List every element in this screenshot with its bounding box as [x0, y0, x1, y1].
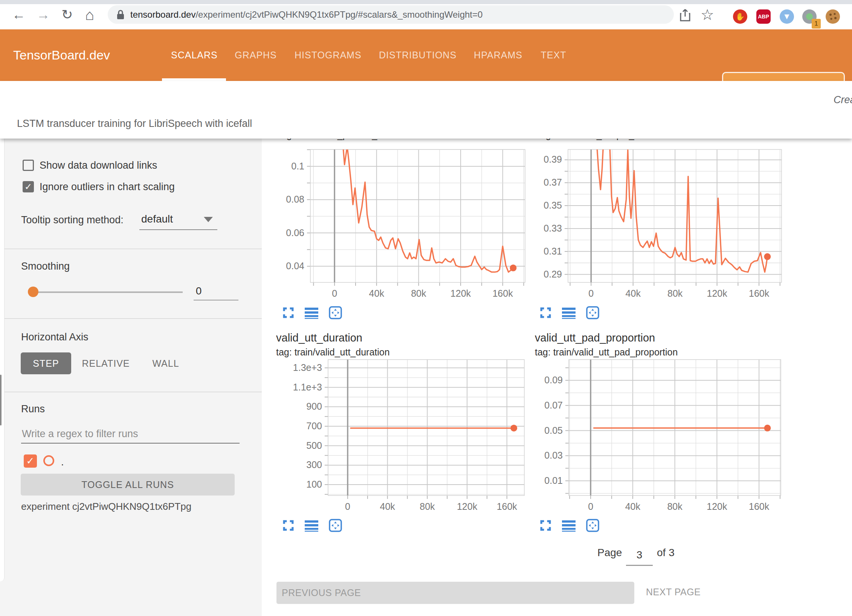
svg-text:0.01: 0.01 — [544, 475, 563, 486]
svg-text:100: 100 — [306, 479, 322, 489]
sidebar-scrollbar[interactable] — [0, 375, 2, 425]
svg-text:300: 300 — [306, 459, 322, 470]
svg-text:0.09: 0.09 — [544, 375, 563, 385]
svg-text:0.06: 0.06 — [286, 227, 304, 238]
svg-text:0.07: 0.07 — [544, 400, 563, 410]
svg-text:80k: 80k — [667, 288, 683, 299]
page-label: Page — [597, 547, 622, 559]
horizontal-axis-label: Horizontal Axis — [21, 331, 89, 343]
svg-text:500: 500 — [306, 440, 322, 451]
svg-text:80k: 80k — [420, 501, 435, 512]
chart-toolbar-0 — [282, 306, 342, 319]
svg-text:0.05: 0.05 — [544, 425, 563, 436]
chart-title-valid-utt-pad-proportion: valid_utt_pad_proportion — [535, 332, 655, 344]
chart-toolbar-2 — [282, 519, 342, 532]
y-axis-scale-icon[interactable] — [305, 307, 318, 319]
svg-text:120k: 120k — [707, 288, 728, 299]
next-page-button[interactable]: NEXT PAGE — [646, 587, 701, 598]
divider — [5, 318, 262, 319]
svg-text:120k: 120k — [457, 501, 478, 512]
runs-label: Runs — [21, 403, 45, 415]
axis-relative-button[interactable]: RELATIVE — [79, 352, 133, 374]
run-checkbox[interactable]: ✓ — [24, 454, 37, 468]
fit-domain-icon[interactable] — [586, 306, 599, 319]
tooltip-sorting-label: Tooltip sorting method: — [21, 214, 124, 226]
chart-plot-2: 040k80k120k160k1003005007009001.1e+31.3e… — [293, 360, 524, 512]
svg-text:0.04: 0.04 — [286, 261, 304, 271]
svg-text:160k: 160k — [749, 288, 770, 299]
svg-text:0: 0 — [345, 501, 350, 512]
chart-tag-valid-utt-pad-proportion: tag: train/valid_utt_pad_proportion — [535, 347, 678, 358]
svg-text:0.08: 0.08 — [286, 194, 304, 204]
expand-chart-icon[interactable] — [540, 520, 551, 531]
svg-text:120k: 120k — [450, 288, 471, 299]
svg-text:80k: 80k — [667, 501, 683, 512]
fit-domain-icon[interactable] — [329, 306, 342, 319]
svg-text:0: 0 — [588, 288, 594, 299]
previous-page-button[interactable]: PREVIOUS PAGE — [276, 582, 634, 604]
svg-text:160k: 160k — [497, 501, 518, 512]
page-input-underline — [626, 565, 653, 566]
smoothing-label: Smoothing — [21, 260, 70, 273]
svg-text:40k: 40k — [626, 288, 641, 299]
experiment-title: LSTM transducer training for LibriSpeech… — [17, 118, 252, 130]
svg-text:0.1: 0.1 — [291, 161, 304, 171]
axis-wall-button[interactable]: WALL — [147, 352, 185, 374]
fit-domain-icon[interactable] — [586, 519, 599, 532]
run-color-swatch[interactable] — [43, 455, 54, 466]
settings-sidebar: Show data download links ✓ Ignore outlie… — [0, 139, 262, 616]
fit-domain-icon[interactable] — [329, 519, 342, 532]
ignore-outliers-label: Ignore outliers in chart scaling — [40, 181, 175, 193]
svg-text:900: 900 — [306, 401, 322, 412]
chevron-down-icon[interactable] — [204, 217, 213, 222]
smoothing-value-input[interactable]: 0 — [190, 285, 207, 297]
svg-text:700: 700 — [306, 421, 322, 431]
page-of-label: of 3 — [657, 547, 675, 559]
chart-plot-3: 040k80k120k160k0.010.030.050.070.09 — [544, 360, 781, 512]
chart-plot-0: 040k80k120k160k0.040.060.080.1 — [286, 145, 525, 299]
expand-chart-icon[interactable] — [282, 520, 294, 531]
svg-text:40k: 40k — [369, 288, 385, 299]
y-axis-scale-icon[interactable] — [562, 520, 576, 532]
svg-text:0.03: 0.03 — [544, 450, 563, 460]
svg-text:0.39: 0.39 — [544, 154, 562, 165]
smoothing-value-underline — [194, 300, 238, 300]
tooltip-sorting-underline — [139, 229, 217, 230]
smoothing-slider-thumb[interactable] — [28, 287, 38, 297]
divider — [5, 392, 262, 392]
chart-tag-valid-utt-duration: tag: train/valid_utt_duration — [276, 347, 390, 358]
chart-toolbar-1 — [540, 306, 599, 319]
y-axis-scale-icon[interactable] — [562, 307, 576, 319]
tooltip-sorting-select[interactable]: default — [141, 213, 173, 225]
experiment-id-label: experiment cj2vtPiwQHKN9Q1tx6PTpg — [21, 501, 191, 512]
svg-text:1.3e+3: 1.3e+3 — [293, 362, 322, 373]
expand-chart-icon[interactable] — [282, 307, 294, 319]
screen: ← → ↻ ⌂ tensorboard.dev/experiment/cj2vt… — [0, 0, 852, 616]
svg-text:160k: 160k — [749, 501, 770, 512]
svg-text:0.31: 0.31 — [544, 246, 562, 256]
expand-chart-icon[interactable] — [540, 307, 551, 319]
experiment-title-bar: Crea LSTM transducer training for LibriS… — [0, 81, 852, 139]
svg-text:0: 0 — [588, 501, 593, 512]
svg-text:0.35: 0.35 — [544, 200, 562, 210]
toggle-all-runs-button[interactable]: TOGGLE ALL RUNS — [21, 474, 235, 496]
svg-text:1.1e+3: 1.1e+3 — [293, 382, 322, 392]
clipped-created-text: Crea — [834, 94, 852, 106]
axis-step-button[interactable]: STEP — [21, 352, 71, 374]
chart-title-valid-utt-duration: valid_utt_duration — [276, 332, 362, 344]
svg-text:0.37: 0.37 — [544, 177, 562, 188]
y-axis-scale-icon[interactable] — [305, 520, 318, 532]
ignore-outliers-checkbox[interactable]: ✓ — [23, 181, 34, 192]
svg-text:0.33: 0.33 — [544, 223, 562, 233]
page-number-input[interactable]: 3 — [626, 549, 653, 561]
runs-filter-input[interactable] — [21, 425, 240, 444]
svg-text:0: 0 — [332, 288, 337, 299]
smoothing-slider-track[interactable] — [33, 291, 183, 293]
divider — [5, 249, 262, 249]
svg-text:120k: 120k — [707, 501, 727, 512]
chart-plot-1: 040k80k120k160k0.290.310.330.350.370.39 — [544, 137, 782, 299]
svg-text:160k: 160k — [492, 288, 513, 299]
show-download-links-checkbox[interactable] — [23, 160, 34, 171]
chart-toolbar-3 — [540, 519, 599, 532]
run-name: . — [61, 456, 64, 468]
